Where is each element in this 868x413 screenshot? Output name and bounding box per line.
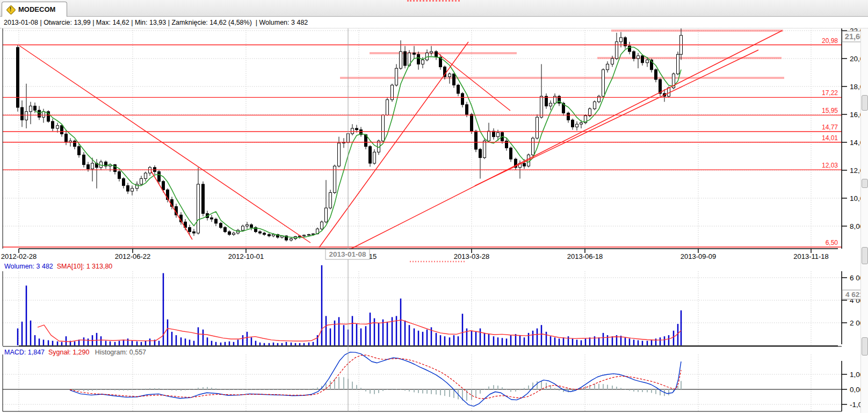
- svg-text:2013-06-18: 2013-06-18: [567, 252, 603, 260]
- svg-text:6,50: 6,50: [826, 239, 838, 247]
- macd-histogram-label: Histogram: 0,557: [95, 349, 146, 356]
- svg-text:2013-01-08: 2013-01-08: [329, 250, 366, 258]
- macd-layer: 1,000,00-1,00: [3, 346, 866, 411]
- candles-layer: [17, 26, 683, 242]
- svg-text:2013-11-18: 2013-11-18: [793, 252, 829, 260]
- svg-text:20,98: 20,98: [822, 37, 838, 45]
- volume-sma-line: [38, 320, 681, 342]
- panel-splitter-volume-macd[interactable]: [862, 337, 868, 356]
- svg-text:2012-06-22: 2012-06-22: [115, 252, 151, 260]
- charting-app-window: { "tab": { "title": "MODECOM", "icon": "…: [0, 0, 868, 413]
- quote-info-text: 2013-01-08 | Otwarcie: 13,99 | Max: 14,6…: [0, 19, 308, 26]
- macd-value-label: MACD: 1,847: [4, 349, 45, 356]
- svg-text:2013-03-28: 2013-03-28: [454, 252, 490, 260]
- macd-line: [70, 352, 681, 407]
- warning-diamond-icon: !: [6, 5, 15, 13]
- svg-text:2013-09-09: 2013-09-09: [681, 252, 717, 260]
- price-axis: 22,0020,0018,0016,0014,0012,0010,008,002…: [1, 27, 868, 260]
- macd-signal-line: [70, 355, 681, 398]
- volume-value-label: Wolumen: 3 482: [4, 263, 53, 270]
- level-lines-layer: 20,9817,2215,9514,7714,0112,036,50: [3, 31, 842, 262]
- macd-panel-header: MACD: 1,847 Sygnał: 1,290 Histogram: 0,5…: [4, 349, 146, 356]
- svg-text:12,03: 12,03: [822, 162, 838, 169]
- tab-modecom[interactable]: ! MODECOM: [2, 2, 67, 17]
- dotted-trendline-extension-top: [407, 0, 460, 2]
- tab-bar: ! MODECOM: [0, 0, 868, 17]
- svg-text:2012-10-01: 2012-10-01: [228, 252, 264, 260]
- svg-text:14,01: 14,01: [822, 134, 838, 142]
- tab-title: MODECOM: [18, 5, 55, 13]
- scrollbar-button-mid[interactable]: [862, 179, 868, 188]
- scrollbar-thumb[interactable]: [862, 95, 868, 111]
- svg-text:2012-02-28: 2012-02-28: [1, 252, 37, 260]
- macd-signal-label: Sygnał: 1,290: [48, 349, 89, 356]
- quote-info-bar: 2013-01-08 | Otwarcie: 13,99 | Max: 14,6…: [0, 17, 868, 28]
- volume-panel-header: Wolumen: 3 482 SMA[10]: 1 313,80: [4, 263, 112, 270]
- right-scrollbar[interactable]: [860, 16, 868, 413]
- svg-text:15,95: 15,95: [822, 107, 838, 114]
- volume-sma-label: SMA[10]: 1 313,80: [57, 263, 113, 270]
- svg-text:17,22: 17,22: [822, 89, 838, 97]
- svg-text:14,77: 14,77: [822, 124, 838, 131]
- panel-splitter-price-volume[interactable]: [862, 247, 868, 264]
